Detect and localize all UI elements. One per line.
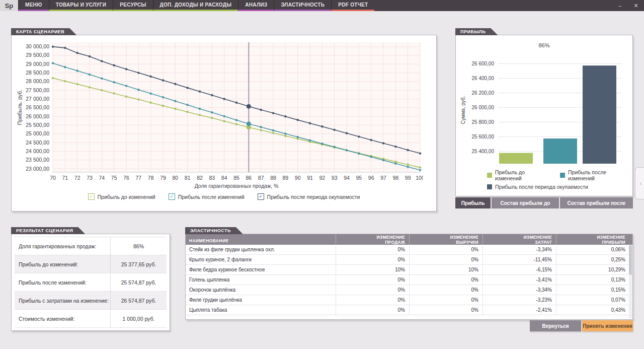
scenario-line-chart[interactable]: 23 000,0023 500,0024 000,0024 500,0025 0… [15, 37, 436, 192]
elasticity-header-row: НАИМЕНОВАНИЕИЗМЕНЕНИЕ ПРОДАЖИЗМЕНЕНИЕ ВЫ… [186, 234, 632, 245]
value-cell: 0% [336, 275, 409, 285]
product-name-cell: Филе грудки цыплёнка [186, 295, 336, 305]
elasticity-scrollbar-thumb[interactable] [629, 245, 632, 274]
profit-legend: Прибыль до измененийПрибыль после измене… [487, 169, 632, 190]
menu-tab-5[interactable]: ЭЛАСТИЧНОСТЬ [274, 0, 331, 11]
window-controls: – ✕ [612, 0, 644, 11]
profit-panel-title: ПРИБЫЛЬ [455, 28, 498, 35]
svg-text:83: 83 [209, 175, 215, 181]
profit-tab-2[interactable]: Состав прибыли после [560, 197, 633, 208]
table-row[interactable]: Филе грудки цыплёнка0%0%-3,23%0,07% [186, 295, 632, 305]
legend-label: Прибыль после периода окупаемости [267, 194, 360, 200]
value-cell: 0% [409, 305, 482, 315]
svg-text:72: 72 [74, 175, 80, 181]
series-checkbox[interactable]: ✓ [88, 193, 95, 200]
legend-item-2: Прибыль после периода окупаемости [487, 184, 588, 190]
value-cell: 0% [336, 305, 409, 315]
result-row-value: 25 574,87 руб. [110, 273, 167, 291]
scenario-result-panel-title: РЕЗУЛЬТАТ СЦЕНАРИЯ [11, 227, 85, 234]
table-row[interactable]: Стейк из филе грудки цыпленка охл.0%0%-3… [186, 245, 632, 255]
svg-text:98: 98 [392, 175, 398, 181]
elasticity-header-cell: ИЗМЕНЕНИЕ ЗАТРАТ [482, 234, 556, 245]
svg-text:87: 87 [258, 175, 264, 181]
minimize-button[interactable]: – [612, 0, 628, 11]
svg-text:25 400,00: 25 400,00 [472, 149, 495, 154]
result-row-value: 26 574,87 руб. [110, 292, 167, 309]
svg-text:25 000,00: 25 000,00 [26, 130, 49, 136]
value-cell: -11,45% [482, 255, 556, 264]
svg-text:90: 90 [295, 175, 301, 181]
app-logo[interactable]: Sp [0, 0, 18, 11]
table-row[interactable]: Крыло куриное, 2 фаланги0%0%-11,45%0,25% [186, 255, 632, 265]
profit-chart-subtitle: 86% [456, 42, 632, 50]
menu-tab-2[interactable]: РЕСУРСЫ [113, 0, 152, 11]
svg-text:23 500,00: 23 500,00 [26, 157, 49, 163]
result-row-label: Прибыль с затратами на изменение: [15, 292, 110, 309]
legend-label: Прибыль после периода окупаемости [495, 184, 588, 190]
svg-text:88: 88 [270, 175, 276, 181]
menu-tab-0[interactable]: МЕНЮ [18, 0, 49, 11]
elasticity-header-cell: ИЗМЕНЕНИЕ ПРОДАЖ [336, 234, 409, 245]
legend-item-1: Прибыль после изменений [560, 169, 632, 181]
svg-text:25 600,00: 25 600,00 [472, 134, 495, 139]
product-name-cell: Крыло куриное, 2 фаланги [186, 255, 336, 264]
accept-changes-button[interactable]: Принять изменения [582, 320, 633, 331]
profit-bar-chart[interactable]: 25 400,0025 600,0025 800,0026 000,0026 2… [459, 52, 632, 168]
table-row[interactable]: Филе бедра куриное бескостное10%10%-6,15… [186, 265, 632, 275]
scenario-result-table: Доля гарантированных продаж:86%Прибыль д… [15, 237, 167, 328]
result-row: Прибыль до изменений:25 377,65 руб. [15, 255, 167, 273]
svg-text:23 000,00: 23 000,00 [26, 166, 49, 172]
back-button[interactable]: Вернуться [530, 320, 581, 331]
value-cell: 0,06% [556, 245, 629, 254]
menu-tab-4[interactable]: АНАЛИЗ [238, 0, 274, 11]
menu-tab-6[interactable]: PDF ОТЧЕТ [331, 0, 374, 11]
series-checkbox[interactable]: ✓ [169, 193, 175, 200]
value-cell: -2,41% [482, 305, 556, 315]
table-row[interactable]: Голень цыпленка0%0%-3,41%0,13% [186, 275, 632, 285]
value-cell: 0% [336, 255, 409, 264]
table-row[interactable]: Цыплята табака0%0%-2,41%0,43% [186, 305, 632, 315]
svg-text:93: 93 [332, 175, 338, 181]
elasticity-scrollbar[interactable] [629, 245, 632, 318]
profit-tab-0[interactable]: Прибыль [455, 197, 491, 208]
table-row[interactable]: Окорочок цыплёнка0%0%-3,34%0,15% [186, 285, 632, 295]
legend-item-0: Прибыль до изменений [487, 169, 551, 181]
menu-tab-3[interactable]: ДОП. ДОХОДЫ И РАСХОДЫ [153, 0, 238, 11]
value-cell: 10% [409, 265, 482, 274]
value-cell: 0,07% [556, 295, 629, 305]
side-panel-handle[interactable]: ‹ [635, 167, 644, 199]
value-cell: 0% [409, 285, 482, 295]
result-row-value: 86% [110, 237, 167, 255]
svg-text:100: 100 [416, 175, 423, 181]
profit-tab-1[interactable]: Состав прибыли до [492, 197, 559, 208]
svg-text:73: 73 [87, 175, 93, 181]
close-button[interactable]: ✕ [628, 0, 644, 11]
series-checkbox[interactable]: ✓ [258, 193, 264, 200]
svg-text:77: 77 [135, 175, 141, 181]
legend-item-1: ✓Прибыль после изменений [169, 193, 245, 200]
elasticity-header-cell: ИЗМЕНЕНИЕ ВЫРУЧКИ [409, 234, 482, 245]
elasticity-table: НАИМЕНОВАНИЕИЗМЕНЕНИЕ ПРОДАЖИЗМЕНЕНИЕ ВЫ… [186, 234, 632, 319]
svg-text:71: 71 [62, 175, 68, 181]
result-row-label: Прибыль после изменений: [15, 273, 110, 291]
value-cell: 0% [409, 295, 482, 305]
svg-text:28 500,00: 28 500,00 [26, 69, 49, 76]
value-cell: -3,34% [482, 285, 556, 295]
product-name-cell: Голень цыпленка [186, 275, 336, 285]
menubar-tabs: МЕНЮТОВАРЫ И УСЛУГИРЕСУРСЫДОП. ДОХОДЫ И … [18, 0, 374, 11]
elasticity-panel-title: ЭЛАСТИЧНОСТЬ [185, 227, 243, 234]
menu-tab-1[interactable]: ТОВАРЫ И УСЛУГИ [49, 0, 113, 11]
value-cell: 0,25% [556, 255, 629, 264]
legend-item-0: ✓Прибыль до изменений [88, 193, 155, 200]
legend-label: Прибыль до изменений [98, 194, 155, 200]
profit-chart-svg: 25 400,0025 600,0025 800,0026 000,0026 2… [459, 52, 630, 166]
product-name-cell: Цыплята табака [186, 305, 336, 315]
legend-swatch [560, 173, 565, 178]
profit-legend-row: Прибыль до измененийПрибыль после измене… [487, 169, 632, 181]
svg-text:Прибыль, руб.: Прибыль, руб. [17, 90, 23, 125]
value-cell: 0% [336, 285, 409, 295]
result-row-value: 1 000,00 руб. [110, 310, 167, 327]
svg-text:74: 74 [99, 175, 105, 181]
value-cell: -3,34% [482, 245, 556, 254]
svg-text:26 400,00: 26 400,00 [472, 76, 495, 81]
